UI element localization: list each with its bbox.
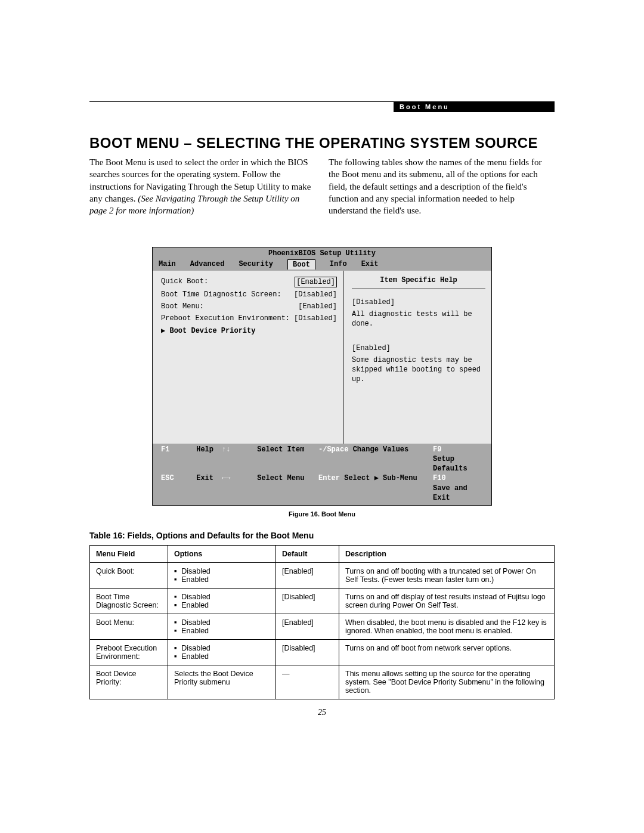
cell-field: Boot Device Priority: [90,665,168,699]
bios-submenu-item: ▶ Boot Device Priority [161,326,337,336]
cell-desc: Turns on and off display of test results… [339,589,555,614]
bios-item-label: Boot Menu: [161,302,204,311]
fields-table: Menu Field Options Default Description Q… [89,545,555,699]
bios-key-f9: F9 [433,445,464,454]
table-row: Quick Boot: Disabled Enabled [Enabled] T… [90,563,555,589]
bios-footer: F1 Help ↑↓ Select Item -/Space Change Va… [153,444,491,505]
section-label: Boot Menu [394,101,555,112]
bios-tab-main: Main [159,259,176,270]
bios-key-arrows-h: ←→ [222,473,253,483]
option-item: Enabled [174,627,270,635]
option-item: Disabled [174,593,270,601]
option-item: Disabled [174,644,270,652]
option-item: Disabled [174,618,270,627]
cell-default: — [276,665,339,699]
cell-field: Boot Time Diagnostic Screen: [90,589,168,614]
bios-label-submenu: Select ▶ Sub-Menu [344,473,417,483]
table-row: Preboot Execution Environment: Disabled … [90,640,555,665]
bios-key-f10: F10 [433,473,464,483]
intro-para-2: The following tables show the names of t… [329,157,541,215]
bios-key-enter: Enter [318,473,340,483]
bios-label-select-menu: Select Menu [257,473,304,483]
bios-item-label: Preboot Execution Environment: [161,314,290,323]
page-number: 25 [89,708,555,717]
intro-text: The Boot Menu is used to select the orde… [89,156,555,229]
bios-label-select-item: Select Item [257,445,304,454]
th-menu-field: Menu Field [90,546,168,563]
bios-help-title: Item Specific Help [352,275,485,289]
bios-key-f1: F1 [161,445,192,454]
cell-options: Disabled Enabled [168,589,276,614]
page-title: BOOT MENU – SELECTING THE OPERATING SYST… [89,135,555,151]
bios-item-value: [Disabled] [294,314,337,323]
bios-title: PhoenixBIOS Setup Utility [153,247,491,259]
cell-options: Disabled Enabled [168,614,276,640]
option-item: Enabled [174,601,270,609]
bios-help-line: [Enabled] [352,343,485,353]
bios-key-space: -/Space [318,445,348,454]
th-default: Default [276,546,339,563]
bios-item-value: [Enabled] [298,302,337,311]
bios-item-value-selected: [Enabled] [295,277,337,287]
bios-label-save: Save and Exit [433,484,483,503]
figure-caption: Figure 16. Boot Menu [89,510,555,518]
bios-help-line: [Disabled] [352,298,485,307]
table-row: Boot Menu: Disabled Enabled [Enabled] Wh… [90,614,555,640]
bios-label-help: Help [196,445,213,454]
cell-options: Selects the Boot Device Priority submenu [168,665,276,699]
cell-default: [Enabled] [276,563,339,589]
cell-default: [Disabled] [276,589,339,614]
bios-tab-security: Security [239,259,273,270]
cell-default: [Enabled] [276,614,339,640]
bios-label-change: Change Values [353,445,409,454]
th-options: Options [168,546,276,563]
option-item: Enabled [174,652,270,661]
bios-help-pane: Item Specific Help [Disabled] All diagno… [343,271,491,444]
bios-tab-advanced: Advanced [190,259,225,270]
cell-desc: Turns on and off boot from network serve… [339,640,555,665]
bios-item-value: [Disabled] [294,290,337,299]
cell-field: Boot Menu: [90,614,168,640]
cell-desc: When disabled, the boot menu is disabled… [339,614,555,640]
th-description: Description [339,546,555,563]
bios-options-pane: Quick Boot: [Enabled] Boot Time Diagnost… [153,271,343,444]
cell-desc: This menu allows setting up the source f… [339,665,555,699]
bios-label-exit: Exit [196,473,213,483]
bios-tab-info: Info [330,259,347,270]
bios-help-line: Some diagnostic tests may be skipped whi… [352,355,485,385]
cell-options: Disabled Enabled [168,640,276,665]
cell-field: Quick Boot: [90,563,168,589]
option-item: Disabled [174,567,270,575]
option-item: Enabled [174,575,270,584]
bios-tabs: Main Advanced Security Boot Info Exit [153,259,491,271]
table-row: Boot Device Priority: Selects the Boot D… [90,665,555,699]
bios-label-defaults: Setup Defaults [433,454,483,473]
table-caption: Table 16: Fields, Options and Defaults f… [89,531,555,540]
bios-item-label: Quick Boot: [161,277,208,287]
bios-screenshot: PhoenixBIOS Setup Utility Main Advanced … [152,247,492,506]
bios-key-esc: ESC [161,473,192,483]
cell-field: Preboot Execution Environment: [90,640,168,665]
bios-help-line: All diagnostic tests will be done. [352,309,485,329]
bios-item-label: Boot Time Diagnostic Screen: [161,290,281,299]
cell-desc: Turns on and off booting with a truncate… [339,563,555,589]
bios-tab-boot: Boot [287,259,315,270]
bios-tab-exit: Exit [361,259,379,270]
table-row: Boot Time Diagnostic Screen: Disabled En… [90,589,555,614]
cell-options: Disabled Enabled [168,563,276,589]
bios-key-arrows-v: ↑↓ [222,445,253,454]
cell-default: [Disabled] [276,640,339,665]
